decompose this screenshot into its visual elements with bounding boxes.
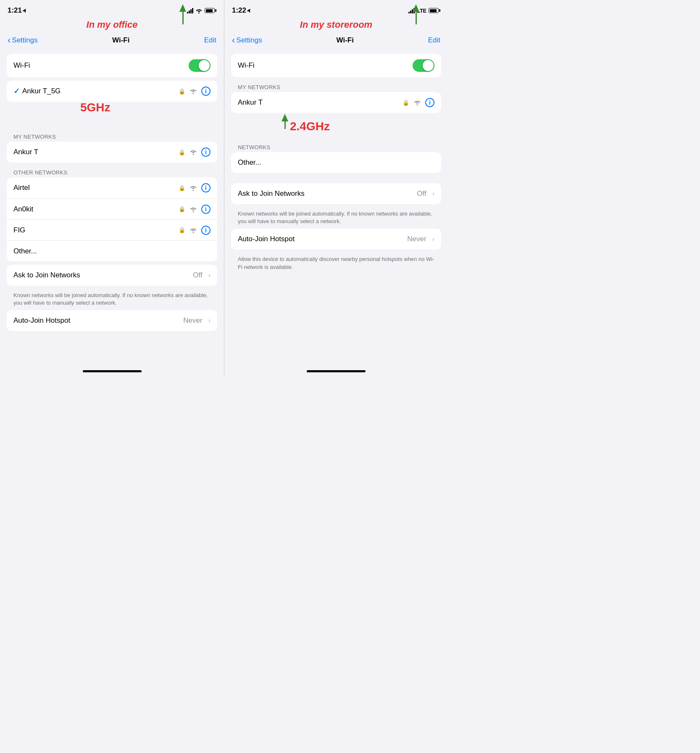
battery-icon-right xyxy=(429,8,440,13)
other-network-item-1-left[interactable]: An0kit 🔒 i xyxy=(7,198,217,219)
ask-join-value-left: Off xyxy=(193,271,202,279)
svg-point-6 xyxy=(417,104,418,105)
freq-label-right: 2.4GHz xyxy=(290,120,330,133)
battery-icon-left xyxy=(205,8,216,13)
wifi-label-left: Wi-Fi xyxy=(13,61,30,70)
edit-button-right[interactable]: Edit xyxy=(428,36,440,45)
freq-label-container-right: 2.4GHz xyxy=(231,116,441,141)
info-icon-my-0-right[interactable]: i xyxy=(425,98,434,107)
wifi-icon-my-0-left xyxy=(189,149,197,155)
svg-point-0 xyxy=(198,12,200,13)
wifi-icon-connected-left xyxy=(189,88,197,94)
ask-join-desc-right: Known networks will be joined automatica… xyxy=(231,208,441,229)
my-networks-header-right: MY NETWORKS xyxy=(231,81,441,92)
other-network-item-2-left[interactable]: FIG 🔒 i xyxy=(7,219,217,240)
svg-point-2 xyxy=(193,154,194,155)
ask-join-label-right: Ask to Join Networks xyxy=(238,190,305,198)
location-arrow-icon-left xyxy=(23,8,27,13)
back-label-left: Settings xyxy=(12,36,37,45)
info-icon-other-1-left[interactable]: i xyxy=(201,205,211,214)
status-icons-left xyxy=(187,8,216,13)
auto-join-item-left[interactable]: Auto-Join Hotspot Never › xyxy=(7,310,217,331)
wifi-icon-other-1-left xyxy=(189,206,197,212)
auto-join-label-left: Auto-Join Hotspot xyxy=(13,316,70,325)
location-arrow-icon-right xyxy=(247,8,251,13)
wifi-toggle-switch-left[interactable] xyxy=(189,59,211,72)
back-chevron-right: ‹ xyxy=(232,35,235,46)
back-button-left[interactable]: ‹ Settings xyxy=(8,35,38,46)
lock-icon-my-0-left: 🔒 xyxy=(179,149,185,155)
info-icon-my-0-left[interactable]: i xyxy=(201,147,211,157)
edit-button-left[interactable]: Edit xyxy=(204,36,216,45)
wifi-toggle-switch-right[interactable] xyxy=(413,59,434,72)
auto-join-desc-right: Allow this device to automatically disco… xyxy=(231,253,441,274)
wifi-icon-other-0-left xyxy=(189,185,197,191)
lock-icon-other-1-left: 🔒 xyxy=(179,206,185,212)
ask-join-item-left[interactable]: Ask to Join Networks Off › xyxy=(7,265,217,286)
my-networks-group-left: Ankur T 🔒 i xyxy=(7,142,217,163)
auto-join-value-right: Never xyxy=(407,235,426,243)
ask-join-item-right[interactable]: Ask to Join Networks Off › xyxy=(231,183,441,204)
svg-point-5 xyxy=(193,232,194,233)
wifi-icon-my-0-right xyxy=(413,100,421,105)
svg-point-1 xyxy=(193,93,194,94)
auto-join-item-right[interactable]: Auto-Join Hotspot Never › xyxy=(231,229,441,250)
networks-header-right: NETWORKS xyxy=(231,141,441,152)
checkmark-icon-left: ✓ xyxy=(13,87,20,96)
info-icon-connected-left[interactable]: i xyxy=(201,87,211,96)
time-right: 1:22 xyxy=(232,6,251,15)
my-network-item-0-left[interactable]: Ankur T 🔒 i xyxy=(7,142,217,163)
content-right: Wi-Fi MY NETWORKS Ankur T 🔒 xyxy=(224,50,448,278)
connected-network-item-left[interactable]: ✓ Ankur T_5G 🔒 i xyxy=(7,81,217,102)
my-networks-header-left: MY NETWORKS xyxy=(7,130,217,142)
lock-icon-connected-left: 🔒 xyxy=(179,88,185,95)
auto-join-label-right: Auto-Join Hotspot xyxy=(238,235,295,243)
arrow-annotation-left xyxy=(179,4,186,24)
my-network-item-0-right[interactable]: Ankur T 🔒 i xyxy=(231,92,441,113)
info-icon-other-2-left[interactable]: i xyxy=(201,226,211,235)
nav-title-right: Wi-Fi xyxy=(337,36,354,45)
networks-group-right: Other... xyxy=(231,152,441,173)
freq-label-left: 5GHz xyxy=(80,101,111,114)
other-network-item-3-left[interactable]: Other... xyxy=(7,240,217,261)
lock-icon-other-0-left: 🔒 xyxy=(179,185,185,191)
svg-point-4 xyxy=(193,211,194,212)
network-item-0-right[interactable]: Other... xyxy=(231,152,441,173)
ask-join-chevron-left: › xyxy=(208,271,211,279)
home-indicator-left xyxy=(0,368,224,372)
wifi-toggle-item-left[interactable]: Wi-Fi xyxy=(7,54,217,77)
arrow-annotation-right xyxy=(413,4,419,24)
ask-join-desc-left: Known networks will be joined automatica… xyxy=(7,289,217,310)
signal-icon-left xyxy=(187,8,193,13)
wifi-toggle-group-right: Wi-Fi xyxy=(231,54,441,77)
wifi-status-icon-left xyxy=(195,8,203,13)
lock-icon-my-0-right: 🔒 xyxy=(403,100,409,106)
back-chevron-left: ‹ xyxy=(8,35,11,46)
wifi-label-right: Wi-Fi xyxy=(238,61,255,70)
other-network-name-3-left: Other... xyxy=(13,247,37,255)
nav-title-left: Wi-Fi xyxy=(112,36,129,45)
wifi-toggle-group-left: Wi-Fi xyxy=(7,54,217,77)
auto-join-chevron-left: › xyxy=(208,317,211,324)
auto-join-chevron-right: › xyxy=(432,235,434,243)
connected-network-group-left: ✓ Ankur T_5G 🔒 i xyxy=(7,81,217,102)
other-network-name-1-left: An0kit xyxy=(13,205,33,213)
freq-label-container-left: 5GHz xyxy=(7,105,217,130)
connected-network-name-left: Ankur T_5G xyxy=(22,87,61,95)
panel-title-right: In my storeroom xyxy=(224,18,448,32)
ask-join-chevron-right: › xyxy=(432,190,434,197)
other-network-item-0-left[interactable]: Airtel 🔒 i xyxy=(7,177,217,198)
home-indicator-right xyxy=(224,368,448,372)
back-label-right: Settings xyxy=(236,36,262,45)
back-button-right[interactable]: ‹ Settings xyxy=(232,35,262,46)
content-left: Wi-Fi ✓ Ankur T_5G 🔒 xyxy=(0,50,224,338)
my-networks-group-right: Ankur T 🔒 i xyxy=(231,92,441,113)
nav-bar-left: ‹ Settings Wi-Fi Edit xyxy=(0,32,224,50)
wifi-icon-other-2-left xyxy=(189,227,197,233)
auto-join-value-left: Never xyxy=(183,316,202,325)
svg-point-3 xyxy=(193,190,194,191)
left-panel: 1:21 xyxy=(0,0,224,376)
info-icon-other-0-left[interactable]: i xyxy=(201,183,211,192)
right-panel: 1:22 LTE In my storeroom xyxy=(224,0,448,376)
wifi-toggle-item-right[interactable]: Wi-Fi xyxy=(231,54,441,77)
